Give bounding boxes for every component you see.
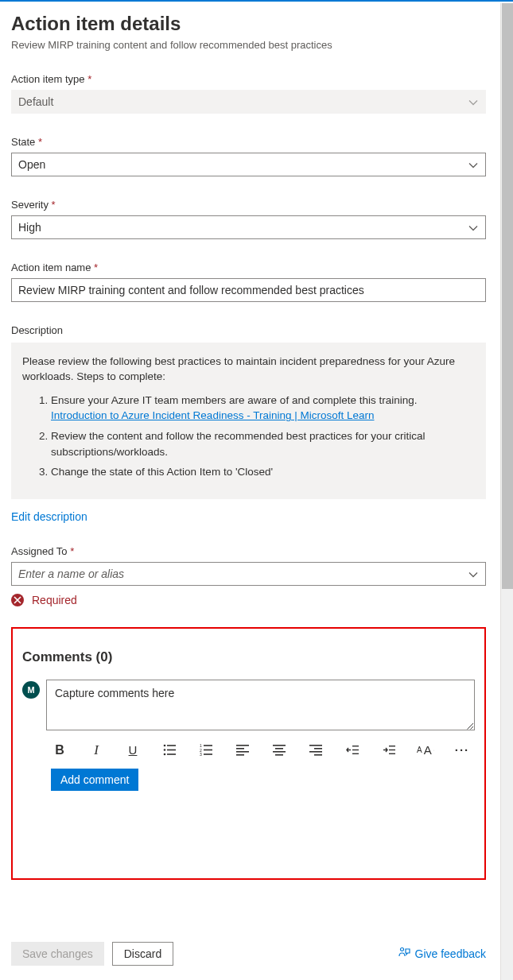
save-button[interactable]: Save changes xyxy=(11,942,104,966)
assigned-to-label: Assigned To * xyxy=(11,545,486,557)
panel-title: Action item details xyxy=(11,13,480,36)
severity-label: Severity * xyxy=(11,199,486,211)
description-box: Please review the following best practic… xyxy=(11,343,486,499)
comments-heading: Comments (0) xyxy=(22,649,475,665)
svg-rect-15 xyxy=(236,754,244,756)
indent-button[interactable] xyxy=(380,742,398,759)
description-intro: Please review the following best practic… xyxy=(22,354,475,385)
description-step-3: Change the state of this Action Item to … xyxy=(51,464,475,480)
assigned-to-input[interactable]: Enter a name or alias xyxy=(11,562,486,586)
align-right-button[interactable] xyxy=(307,742,325,759)
description-step-1: Ensure your Azure IT team members are aw… xyxy=(51,393,475,424)
svg-rect-22 xyxy=(309,751,322,753)
give-feedback-link[interactable]: Give feedback xyxy=(398,947,487,962)
svg-rect-9 xyxy=(204,750,212,751)
comment-toolbar: B I U 123 AA xyxy=(51,742,475,759)
svg-rect-18 xyxy=(273,751,286,753)
name-input-field[interactable] xyxy=(18,279,461,301)
svg-rect-14 xyxy=(236,751,249,753)
svg-point-2 xyxy=(163,749,165,751)
severity-select[interactable]: High xyxy=(11,215,486,239)
svg-rect-17 xyxy=(275,748,283,750)
footer: Save changes Discard Give feedback xyxy=(11,942,486,966)
svg-rect-21 xyxy=(314,748,322,750)
name-label: Action item name * xyxy=(11,261,486,273)
svg-rect-11 xyxy=(204,753,212,755)
svg-rect-29 xyxy=(389,753,395,754)
numbered-list-button[interactable]: 123 xyxy=(197,742,215,759)
resize-grip-icon[interactable] xyxy=(465,721,473,729)
avatar: M xyxy=(22,681,40,699)
svg-text:3: 3 xyxy=(200,752,202,757)
assigned-to-error: Required xyxy=(11,594,486,606)
svg-rect-25 xyxy=(352,750,359,750)
error-icon xyxy=(11,594,24,606)
svg-rect-24 xyxy=(352,746,359,746)
bold-button[interactable]: B xyxy=(51,742,68,759)
bullet-list-button[interactable] xyxy=(161,742,178,759)
svg-rect-16 xyxy=(273,745,286,746)
outdent-button[interactable] xyxy=(344,742,361,759)
svg-rect-19 xyxy=(275,754,283,756)
scrollbar-thumb[interactable] xyxy=(502,3,513,589)
edit-description-link[interactable]: Edit description xyxy=(11,510,87,523)
svg-rect-7 xyxy=(204,745,212,746)
close-button[interactable] xyxy=(480,16,486,33)
svg-rect-1 xyxy=(167,745,176,746)
svg-rect-27 xyxy=(389,746,395,746)
svg-rect-20 xyxy=(309,745,322,746)
panel-subtitle: Review MIRP training content and follow … xyxy=(11,39,486,51)
svg-rect-26 xyxy=(352,753,359,754)
align-center-button[interactable] xyxy=(270,742,288,759)
svg-rect-5 xyxy=(167,753,176,755)
state-label: State * xyxy=(11,136,486,148)
state-select[interactable]: Open xyxy=(11,153,486,176)
add-comment-button[interactable]: Add comment xyxy=(51,769,138,791)
comment-textarea[interactable]: Capture comments here xyxy=(46,680,475,730)
svg-point-30 xyxy=(400,947,403,951)
scrollbar[interactable] xyxy=(500,3,513,980)
italic-button[interactable]: I xyxy=(87,742,105,759)
svg-rect-13 xyxy=(236,748,244,750)
feedback-icon xyxy=(398,947,410,962)
svg-point-0 xyxy=(163,745,165,747)
type-label: Action item type * xyxy=(11,73,486,85)
font-size-button[interactable]: AA xyxy=(417,742,434,759)
align-left-button[interactable] xyxy=(234,742,251,759)
svg-rect-28 xyxy=(389,750,395,750)
svg-point-4 xyxy=(163,753,165,756)
description-training-link[interactable]: Introduction to Azure Incident Readiness… xyxy=(51,409,374,421)
type-select: Default xyxy=(11,90,486,114)
description-step-2: Review the content and follow the recomm… xyxy=(51,428,475,459)
comments-section: Comments (0) M Capture comments here B I… xyxy=(11,627,486,880)
more-button[interactable]: ··· xyxy=(453,742,471,759)
name-input[interactable] xyxy=(11,278,486,302)
svg-rect-23 xyxy=(314,754,322,756)
discard-button[interactable]: Discard xyxy=(112,942,173,966)
svg-rect-12 xyxy=(236,745,249,746)
underline-button[interactable]: U xyxy=(124,742,142,759)
description-label: Description xyxy=(11,324,486,336)
svg-rect-3 xyxy=(167,750,176,751)
